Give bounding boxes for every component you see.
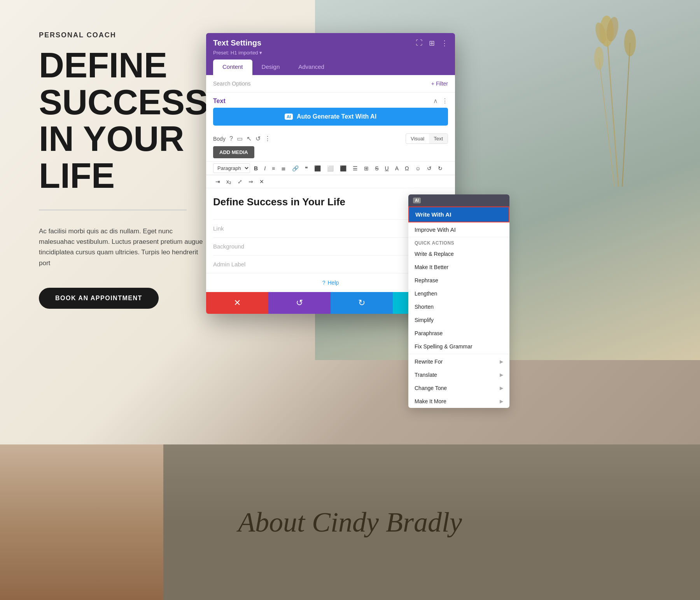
emoji-button[interactable]: ☺ bbox=[413, 164, 423, 173]
menu-item-label: Make It More bbox=[415, 398, 446, 404]
undo-small-icon[interactable]: ↺ bbox=[256, 135, 261, 142]
special-char-button[interactable]: Ω bbox=[402, 164, 411, 173]
more-tools-icon[interactable]: ⋮ bbox=[264, 135, 271, 142]
text-section-icons: ∧ ⋮ bbox=[433, 97, 448, 105]
menu-item-label: Rewrite For bbox=[415, 359, 443, 365]
ol-button[interactable]: ≣ bbox=[279, 164, 288, 173]
tab-design[interactable]: Design bbox=[252, 59, 289, 75]
panel-header: Text Settings ⛶ ⊞ ⋮ Preset: H1 imported … bbox=[206, 33, 455, 75]
menu-item-translate[interactable]: Translate ▶ bbox=[408, 368, 509, 381]
write-with-ai-button[interactable]: Write With AI bbox=[408, 206, 509, 222]
improve-with-ai-button[interactable]: Improve With AI bbox=[408, 222, 509, 237]
menu-item-write-replace[interactable]: Write & Replace bbox=[408, 247, 509, 261]
menu-item-rewrite-for[interactable]: Rewrite For ▶ bbox=[408, 355, 509, 368]
underline-button[interactable]: U bbox=[383, 164, 391, 173]
body-tools: Body ? ▭ ↖ ↺ ⋮ bbox=[213, 135, 271, 142]
menu-item-paraphrase[interactable]: Paraphrase bbox=[408, 327, 509, 340]
add-media-button[interactable]: ADD MEDIA bbox=[213, 146, 254, 158]
align-justify-button[interactable]: ☰ bbox=[350, 164, 360, 173]
help-text: Help bbox=[328, 280, 339, 286]
preset-label[interactable]: Preset: H1 imported ▾ bbox=[213, 50, 448, 56]
align-right-button[interactable]: ⬛ bbox=[338, 164, 349, 173]
columns-icon[interactable]: ⊞ bbox=[429, 39, 435, 47]
hero-body: Ac facilisi morbi quis ac dis nullam. Eg… bbox=[39, 226, 206, 268]
tab-advanced[interactable]: Advanced bbox=[289, 59, 334, 75]
menu-item-label: Write & Replace bbox=[415, 251, 454, 257]
editor-format-bar-2: ⇥ x₂ ⤢ ⇒ ✕ bbox=[206, 175, 455, 188]
about-title: About Cindy Bradly bbox=[238, 506, 462, 539]
ai-dropdown-menu: AI Write With AI Improve With AI Quick A… bbox=[408, 194, 509, 408]
italic-button[interactable]: I bbox=[262, 164, 268, 173]
menu-item-label: Change Tone bbox=[415, 385, 447, 391]
menu-item-simplify[interactable]: Simplify bbox=[408, 313, 509, 327]
visual-text-toggle: Visual Text bbox=[406, 133, 448, 144]
table-button[interactable]: ⊞ bbox=[362, 164, 371, 173]
indent-button[interactable]: ⇥ bbox=[213, 177, 222, 186]
menu-item-label: Simplify bbox=[415, 317, 434, 323]
menu-item-lengthen[interactable]: Lengthen bbox=[408, 287, 509, 300]
submenu-arrow-icon: ▶ bbox=[500, 385, 503, 391]
hero-divider bbox=[39, 210, 187, 210]
hero-title: DEFINE SUCCESS IN YOUR LIFE bbox=[39, 47, 226, 194]
text-direction-button[interactable]: ⇒ bbox=[246, 177, 256, 186]
close-action-button[interactable]: ✕ bbox=[206, 292, 268, 314]
help-circle-icon: ? bbox=[322, 280, 326, 286]
ai-dropdown-header: AI bbox=[408, 194, 509, 206]
menu-divider bbox=[408, 354, 509, 354]
paragraph-select[interactable]: Paragraph bbox=[213, 163, 250, 173]
link-button[interactable]: 🔗 bbox=[290, 164, 301, 173]
menu-item-fix-spelling[interactable]: Fix Spelling & Grammar bbox=[408, 340, 509, 353]
redo-format-button[interactable]: ↻ bbox=[436, 164, 445, 173]
quick-actions-label: Quick Actions bbox=[408, 237, 509, 247]
cursor-icon[interactable]: ↖ bbox=[247, 135, 252, 142]
submenu-arrow-icon: ▶ bbox=[500, 399, 503, 404]
text-section-label: Text bbox=[213, 98, 226, 105]
fullscreen-icon[interactable]: ⛶ bbox=[416, 39, 423, 47]
subscript-button[interactable]: x₂ bbox=[224, 177, 234, 186]
help-icon[interactable]: ? bbox=[229, 135, 233, 142]
menu-item-label: Fix Spelling & Grammar bbox=[415, 343, 472, 350]
menu-item-label: Rephrase bbox=[415, 277, 438, 283]
align-left-button[interactable]: ⬛ bbox=[312, 164, 323, 173]
ai-generate-label: Auto Generate Text With AI bbox=[297, 113, 376, 120]
bold-button[interactable]: B bbox=[252, 164, 260, 173]
font-color-button[interactable]: A bbox=[393, 164, 401, 173]
text-button[interactable]: Text bbox=[429, 134, 448, 143]
ul-button[interactable]: ≡ bbox=[270, 164, 277, 173]
menu-item-label: Paraphrase bbox=[415, 330, 443, 336]
redo-action-button[interactable]: ↻ bbox=[331, 292, 393, 314]
search-row: Search Options + Filter bbox=[206, 75, 455, 93]
mobile-icon[interactable]: ▭ bbox=[237, 135, 243, 142]
collapse-icon[interactable]: ∧ bbox=[433, 97, 438, 105]
fullwidth-button[interactable]: ⤢ bbox=[235, 177, 245, 186]
book-appointment-button[interactable]: BOOK AN APPOINTMENT bbox=[39, 288, 159, 309]
ai-badge: AI bbox=[285, 114, 293, 120]
filter-button[interactable]: + Filter bbox=[431, 80, 448, 87]
menu-item-shorten[interactable]: Shorten bbox=[408, 300, 509, 313]
search-options-text: Search Options bbox=[213, 80, 251, 87]
menu-item-make-better[interactable]: Make It Better bbox=[408, 261, 509, 274]
menu-item-make-it-more[interactable]: Make It More ▶ bbox=[408, 395, 509, 408]
panel-title: Text Settings bbox=[213, 38, 261, 47]
panel-header-icons: ⛶ ⊞ ⋮ bbox=[416, 39, 448, 47]
editor-format-bar: Paragraph B I ≡ ≣ 🔗 ❝ ⬛ ⬜ ⬛ ☰ ⊞ S U A Ω … bbox=[206, 161, 455, 175]
bottom-left-photo bbox=[0, 444, 163, 600]
quote-button[interactable]: ❝ bbox=[303, 164, 310, 173]
ai-generate-button[interactable]: AI Auto Generate Text With AI bbox=[213, 108, 448, 126]
panel-tabs: Content Design Advanced bbox=[213, 59, 448, 75]
menu-item-rephrase[interactable]: Rephrase bbox=[408, 274, 509, 287]
menu-item-change-tone[interactable]: Change Tone ▶ bbox=[408, 381, 509, 395]
align-center-button[interactable]: ⬜ bbox=[325, 164, 336, 173]
undo-action-button[interactable]: ↺ bbox=[268, 292, 331, 314]
more-icon[interactable]: ⋮ bbox=[441, 39, 448, 47]
visual-button[interactable]: Visual bbox=[406, 134, 429, 143]
submenu-arrow-icon: ▶ bbox=[500, 359, 503, 364]
undo-format-button[interactable]: ↺ bbox=[425, 164, 434, 173]
editor-toolbar-top: Body ? ▭ ↖ ↺ ⋮ Visual Text bbox=[206, 131, 455, 146]
text-section-more-icon[interactable]: ⋮ bbox=[442, 97, 448, 105]
strikethrough-button[interactable]: S bbox=[373, 164, 381, 173]
ai-dropdown-badge: AI bbox=[413, 198, 421, 203]
clear-format-button[interactable]: ✕ bbox=[257, 177, 266, 186]
tab-content[interactable]: Content bbox=[213, 59, 252, 75]
menu-item-label: Translate bbox=[415, 372, 437, 378]
